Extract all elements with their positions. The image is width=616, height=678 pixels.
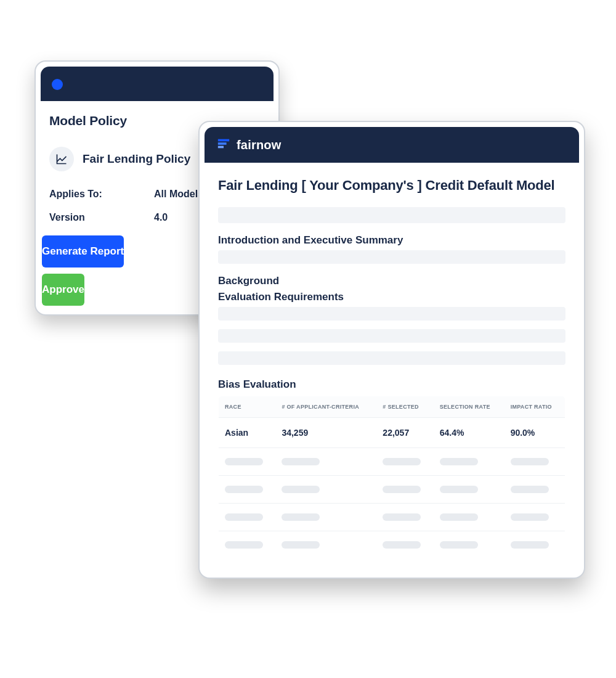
table-cell-placeholder — [434, 476, 505, 504]
bias-table: RACE # OF APPLICANT-CRITERIA # SELECTED … — [218, 396, 565, 559]
table-cell-placeholder — [376, 476, 433, 504]
section-heading-requirements: Evaluation Requirements — [218, 291, 565, 303]
table-cell-placeholder — [275, 504, 376, 531]
placeholder-bar — [218, 307, 565, 321]
placeholder-bar — [218, 250, 565, 264]
table-cell-placeholder — [434, 448, 505, 476]
table-cell-placeholder — [434, 531, 505, 559]
table-cell-placeholder — [376, 504, 433, 531]
table-row-placeholder — [219, 448, 565, 476]
table-cell-placeholder — [505, 476, 565, 504]
table-cell-placeholder — [505, 531, 565, 559]
report-title: Fair Lending [ Your Company's ] Credit D… — [218, 178, 565, 194]
section-heading-bias: Bias Evaluation — [218, 378, 565, 391]
svg-rect-0 — [218, 139, 229, 142]
meta-label: Version — [49, 212, 154, 223]
col-header-applicants: # OF APPLICANT-CRITERIA — [275, 396, 376, 418]
placeholder-bar — [218, 207, 565, 223]
svg-rect-1 — [218, 142, 227, 145]
table-cell: Asian — [219, 418, 276, 448]
svg-rect-2 — [218, 146, 224, 149]
col-header-rate: SELECTION RATE — [434, 396, 505, 418]
table-cell-placeholder — [505, 504, 565, 531]
policy-name: Fair Lending Policy — [83, 152, 190, 166]
report-card: fairnow Fair Lending [ Your Company's ] … — [198, 121, 585, 579]
window-dot-icon — [52, 79, 63, 90]
generate-report-button[interactable]: Generate Report — [42, 235, 124, 268]
brand-name: fairnow — [237, 138, 282, 152]
table-row: Asian34,25922,05764.4%90.0% — [219, 418, 565, 448]
table-cell-placeholder — [219, 476, 276, 504]
placeholder-bar — [218, 351, 565, 365]
table-cell-placeholder — [376, 448, 433, 476]
meta-value: All Models — [154, 189, 203, 200]
report-body: Fair Lending [ Your Company's ] Credit D… — [200, 163, 584, 578]
col-header-impact: IMPACT RATIO — [505, 396, 565, 418]
approve-button[interactable]: Approve — [42, 274, 84, 306]
table-cell-placeholder — [219, 448, 276, 476]
table-cell-placeholder — [275, 476, 376, 504]
policy-card-header — [41, 67, 274, 101]
table-row-placeholder — [219, 476, 565, 504]
fairnow-logo-icon — [217, 137, 230, 153]
section-heading-background: Background — [218, 275, 565, 287]
placeholder-bar — [218, 329, 565, 343]
table-cell: 22,057 — [376, 418, 433, 448]
meta-value: 4.0 — [154, 212, 168, 223]
table-cell: 34,259 — [275, 418, 376, 448]
meta-label: Applies To: — [49, 189, 154, 200]
table-cell-placeholder — [219, 531, 276, 559]
table-cell: 90.0% — [505, 418, 565, 448]
table-cell-placeholder — [376, 531, 433, 559]
table-cell-placeholder — [275, 531, 376, 559]
table-cell-placeholder — [275, 448, 376, 476]
table-cell: 64.4% — [434, 418, 505, 448]
chart-line-icon — [49, 147, 74, 171]
col-header-selected: # SELECTED — [376, 396, 433, 418]
table-row-placeholder — [219, 504, 565, 531]
report-card-header: fairnow — [205, 127, 579, 163]
table-cell-placeholder — [219, 504, 276, 531]
section-heading-intro: Introduction and Executive Summary — [218, 234, 565, 247]
col-header-race: RACE — [219, 396, 276, 418]
table-cell-placeholder — [505, 448, 565, 476]
table-row-placeholder — [219, 531, 565, 559]
table-cell-placeholder — [434, 504, 505, 531]
